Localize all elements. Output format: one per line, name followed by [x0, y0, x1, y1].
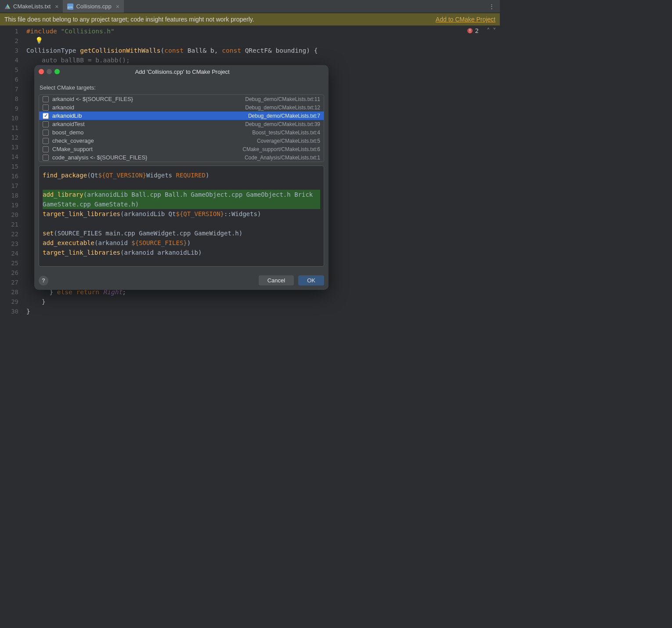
intention-bulb-icon[interactable]: 💡 [35, 37, 43, 44]
editor-tabs: CMakeLists.txt × c++ Collisions.cpp × ⋮ [0, 0, 500, 13]
more-icon[interactable]: ⋮ [489, 3, 495, 10]
target-checkbox[interactable] [43, 105, 49, 111]
next-highlight-icon[interactable]: ˅ [493, 27, 496, 34]
select-targets-label: Select CMake targets: [40, 84, 323, 91]
target-checkbox[interactable] [43, 121, 49, 127]
target-row[interactable]: check_coverageCoverage/CMakeLists.txt:5 [39, 137, 324, 145]
gutter: 1 2 3 4 5 6 7 8 9 10 11 12 13 14 15 16 1… [0, 25, 26, 316]
target-name: arkanoid <- ${SOURCE_FILES} [52, 96, 242, 102]
close-icon[interactable]: × [55, 3, 58, 10]
target-path: Debug_demo/CMakeLists.txt:12 [245, 105, 320, 111]
help-button[interactable]: ? [39, 276, 48, 285]
cmake-icon [4, 4, 11, 10]
dialog-title: Add 'Collisions.cpp' to CMake Project [40, 69, 324, 75]
target-path: Code_Analysis/CMakeLists.txt:1 [245, 155, 320, 161]
ok-button[interactable]: OK [298, 275, 324, 285]
target-path: Boost_tests/CMakeLists.txt:4 [252, 130, 320, 136]
target-checkbox[interactable] [43, 146, 49, 152]
project-warning-bar: This file does not belong to any project… [0, 13, 500, 25]
tab-label: CMakeLists.txt [13, 3, 51, 10]
add-to-cmake-link[interactable]: Add to CMake Project [436, 16, 495, 23]
target-checkbox[interactable] [43, 96, 49, 102]
target-row[interactable]: code_analysis <- ${SOURCE_FILES}Code_Ana… [39, 153, 324, 162]
target-name: CMake_support [52, 146, 239, 152]
tab-label: Collisions.cpp [76, 3, 111, 10]
target-name: boost_demo [52, 129, 249, 136]
target-checkbox[interactable] [43, 155, 49, 161]
target-path: CMake_support/CMakeLists.txt:6 [242, 146, 320, 152]
add-to-cmake-dialog: Add 'Collisions.cpp' to CMake Project Se… [34, 65, 329, 290]
target-row[interactable]: boost_demoBoost_tests/CMakeLists.txt:4 [39, 128, 324, 137]
close-icon[interactable]: × [116, 3, 119, 10]
nav-arrows: ˄ ˅ [487, 27, 496, 34]
target-checkbox[interactable] [43, 113, 49, 119]
target-path: Debug_demo/CMakeLists.txt:7 [248, 113, 320, 119]
target-name: arkanoid [52, 104, 242, 111]
cmake-preview: find_package(Qt${QT_VERSION}Widgets REQU… [39, 166, 324, 267]
target-row[interactable]: arkanoidTestDebug_demo/CMakeLists.txt:39 [39, 120, 324, 128]
error-icon: ! [467, 28, 473, 34]
error-badge[interactable]: ! 2 [467, 27, 479, 34]
target-row[interactable]: arkanoid <- ${SOURCE_FILES}Debug_demo/CM… [39, 95, 324, 103]
cpp-icon: c++ [67, 4, 73, 10]
target-name: arkanoidLib [52, 112, 245, 119]
warning-text: This file does not belong to any project… [4, 16, 254, 23]
cancel-button[interactable]: Cancel [259, 275, 294, 285]
target-path: Debug_demo/CMakeLists.txt:11 [245, 96, 320, 102]
target-checkbox[interactable] [43, 138, 49, 144]
target-name: check_coverage [52, 137, 253, 144]
target-row[interactable]: arkanoidDebug_demo/CMakeLists.txt:12 [39, 103, 324, 112]
tab-collisions[interactable]: c++ Collisions.cpp × [63, 0, 123, 13]
target-name: arkanoidTest [52, 121, 242, 127]
prev-highlight-icon[interactable]: ˄ [487, 27, 490, 34]
target-path: Debug_demo/CMakeLists.txt:39 [245, 121, 320, 127]
svg-text:c++: c++ [68, 5, 73, 8]
tab-cmakelists[interactable]: CMakeLists.txt × [0, 0, 63, 13]
target-checkbox[interactable] [43, 130, 49, 136]
cmake-target-list[interactable]: arkanoid <- ${SOURCE_FILES}Debug_demo/CM… [39, 94, 324, 162]
svg-text:!: ! [469, 29, 471, 33]
target-name: code_analysis <- ${SOURCE_FILES} [52, 154, 241, 161]
target-row[interactable]: CMake_supportCMake_support/CMakeLists.tx… [39, 145, 324, 153]
dialog-titlebar[interactable]: Add 'Collisions.cpp' to CMake Project [34, 65, 329, 78]
target-row[interactable]: arkanoidLibDebug_demo/CMakeLists.txt:7 [39, 112, 324, 120]
target-path: Coverage/CMakeLists.txt:5 [257, 138, 320, 144]
